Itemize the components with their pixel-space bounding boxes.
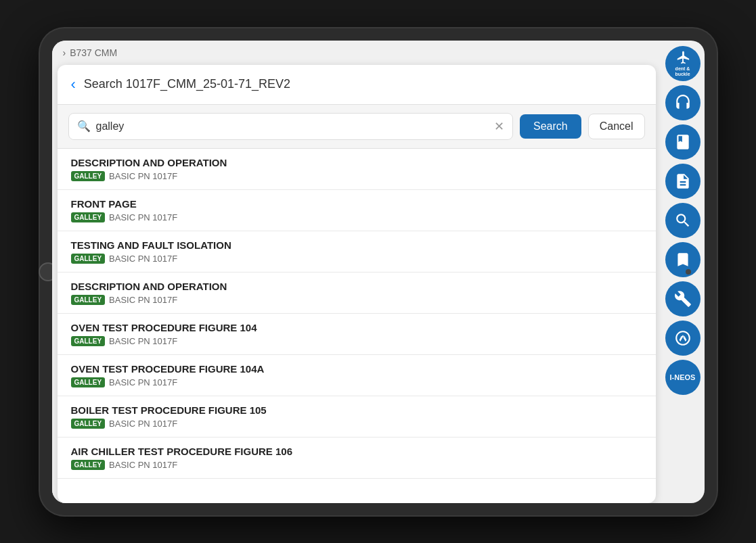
search-button[interactable]: Search — [520, 114, 581, 139]
tablet-screen: › B737 CMM ‹ Search 1017F_CMM_25-01-71_R… — [52, 41, 705, 503]
result-item[interactable]: OVEN TEST PROCEDURE FIGURE 104A GALLEY B… — [58, 355, 656, 396]
content-area: › B737 CMM ‹ Search 1017F_CMM_25-01-71_R… — [52, 41, 661, 503]
ineos-label: I-NEOS — [670, 373, 696, 381]
result-title: FRONT PAGE — [71, 198, 642, 210]
sidebar-btn-aperture[interactable] — [665, 321, 701, 356]
sidebar-btn-bookmark[interactable] — [665, 242, 701, 277]
breadcrumb: › B737 CMM — [52, 41, 661, 65]
search-header: ‹ Search 1017F_CMM_25-01-71_REV2 — [58, 65, 656, 105]
result-item[interactable]: BOILER TEST PROCEDURE FIGURE 105 GALLEY … — [58, 396, 656, 438]
back-button[interactable]: ‹ — [71, 76, 76, 93]
result-meta: GALLEY BASIC PN 1017F — [71, 336, 642, 346]
result-title: OVEN TEST PROCEDURE FIGURE 104A — [71, 363, 642, 375]
result-title: DESCRIPTION AND OPERATION — [71, 281, 642, 292]
sidebar-btn-wrench[interactable] — [665, 281, 701, 316]
galley-badge: GALLEY — [71, 419, 106, 429]
result-subtitle: BASIC PN 1017F — [109, 377, 177, 387]
result-subtitle: BASIC PN 1017F — [109, 212, 177, 222]
sidebar-btn-logo[interactable]: dent &buckle — [665, 46, 701, 81]
search-input-wrapper: 🔍 ✕ — [68, 113, 513, 140]
galley-badge: GALLEY — [71, 460, 106, 470]
galley-badge: GALLEY — [71, 171, 106, 181]
cancel-button[interactable]: Cancel — [588, 114, 645, 139]
search-panel: ‹ Search 1017F_CMM_25-01-71_REV2 🔍 ✕ Sea… — [58, 65, 656, 503]
search-bar-container: 🔍 ✕ Search Cancel — [58, 105, 656, 149]
camera — [686, 269, 691, 275]
search-input[interactable] — [96, 120, 489, 133]
result-title: DESCRIPTION AND OPERATION — [71, 157, 642, 168]
result-title: BOILER TEST PROCEDURE FIGURE 105 — [71, 404, 642, 416]
tablet-frame: › B737 CMM ‹ Search 1017F_CMM_25-01-71_R… — [40, 28, 717, 515]
result-meta: GALLEY BASIC PN 1017F — [71, 171, 642, 181]
result-item[interactable]: TESTING AND FAULT ISOLATION GALLEY BASIC… — [58, 231, 656, 273]
result-item[interactable]: FRONT PAGE GALLEY BASIC PN 1017F — [58, 190, 656, 231]
galley-badge: GALLEY — [71, 377, 106, 387]
galley-badge: GALLEY — [71, 295, 106, 305]
galley-badge: GALLEY — [71, 212, 106, 222]
result-meta: GALLEY BASIC PN 1017F — [71, 377, 642, 387]
result-meta: GALLEY BASIC PN 1017F — [71, 460, 642, 470]
result-title: AIR CHILLER TEST PROCEDURE FIGURE 106 — [71, 446, 642, 457]
result-meta: GALLEY BASIC PN 1017F — [71, 212, 642, 222]
result-item[interactable]: DESCRIPTION AND OPERATION GALLEY BASIC P… — [58, 149, 656, 190]
sidebar-btn-search[interactable] — [665, 203, 701, 238]
result-subtitle: BASIC PN 1017F — [109, 295, 177, 305]
sidebar-btn-books[interactable] — [665, 124, 701, 160]
galley-badge: GALLEY — [71, 336, 106, 346]
sidebar-btn-ineos[interactable]: I-NEOS — [665, 360, 701, 395]
sidebar-btn-document[interactable] — [665, 164, 701, 199]
breadcrumb-text: B737 CMM — [70, 47, 117, 58]
search-icon: 🔍 — [77, 120, 91, 133]
sidebar-btn-headset[interactable] — [665, 85, 701, 120]
results-list: DESCRIPTION AND OPERATION GALLEY BASIC P… — [58, 149, 656, 503]
result-item[interactable]: OVEN TEST PROCEDURE FIGURE 104 GALLEY BA… — [58, 314, 656, 355]
search-panel-title: Search 1017F_CMM_25-01-71_REV2 — [84, 77, 290, 91]
result-subtitle: BASIC PN 1017F — [109, 460, 177, 470]
result-title: OVEN TEST PROCEDURE FIGURE 104 — [71, 322, 642, 333]
result-meta: GALLEY BASIC PN 1017F — [71, 419, 642, 429]
result-meta: GALLEY BASIC PN 1017F — [71, 254, 642, 264]
result-subtitle: BASIC PN 1017F — [109, 254, 177, 264]
galley-badge: GALLEY — [71, 254, 106, 264]
result-subtitle: BASIC PN 1017F — [109, 419, 177, 429]
result-item[interactable]: AIR CHILLER TEST PROCEDURE FIGURE 106 GA… — [58, 438, 656, 479]
result-subtitle: BASIC PN 1017F — [109, 171, 177, 181]
result-meta: GALLEY BASIC PN 1017F — [71, 295, 642, 305]
right-sidebar: dent &buckle — [661, 41, 705, 503]
result-title: TESTING AND FAULT ISOLATION — [71, 239, 642, 251]
result-item[interactable]: DESCRIPTION AND OPERATION GALLEY BASIC P… — [58, 273, 656, 314]
result-subtitle: BASIC PN 1017F — [109, 336, 177, 346]
breadcrumb-chevron: › — [63, 47, 66, 58]
clear-icon[interactable]: ✕ — [494, 119, 504, 134]
